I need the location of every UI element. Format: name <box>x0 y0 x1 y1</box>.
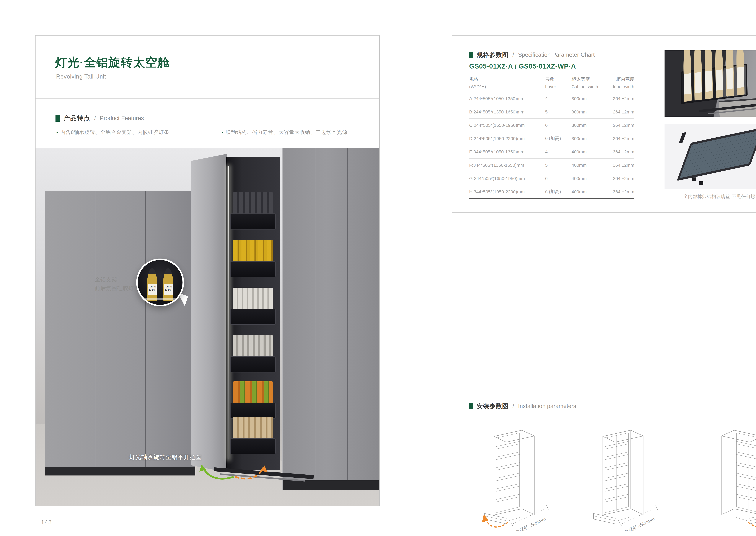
installation-section: 安装参数图 / Installation parameters 柜内深度 ≥52… <box>452 213 756 380</box>
led-light-strip <box>228 166 229 459</box>
table-row: D:244*505*(1950-2200)mm6 (加高)300mm264 ±2… <box>469 132 634 145</box>
bottle <box>736 50 744 95</box>
page-number-left: 143 <box>38 514 52 526</box>
feature-text: 联动结构、省力静音、大容量大收纳、二边氛围光源 <box>226 129 347 135</box>
heading-separator: / <box>513 51 514 58</box>
dimension-label: 柜内深度 ≥520mm <box>618 516 655 530</box>
callout-label-line2: 前后氛围硅胶灯 <box>95 284 134 293</box>
callout-label: 全铝支架 前后氛围硅胶灯 <box>95 275 134 293</box>
spec-photo-basket <box>665 124 756 189</box>
shelf-items <box>233 335 273 358</box>
left-page-card: 灯光·全铝旋转太空舱 Revolving Tall Unit 产品特点 / Pr… <box>35 35 380 506</box>
shelf-items <box>233 417 273 440</box>
main-product-photo: Corona Extra Corona Extra 全铝支架 前后氛围硅胶灯 灯… <box>36 148 379 506</box>
table-header-row: 规格(W*D*H) 层数Layer 柜体宽度Cabinet width 柜内宽度… <box>469 73 634 92</box>
spec-table: 规格(W*D*H) 层数Layer 柜体宽度Cabinet width 柜内宽度… <box>469 73 634 199</box>
green-square-icon <box>55 115 60 122</box>
tray-handle <box>678 132 686 144</box>
feature-bullet: •内含8轴承旋转、全铝合金支架、内嵌硅胶灯条 <box>56 129 169 136</box>
spec-heading-zh: 规格参数图 <box>477 51 509 59</box>
shelf-items <box>233 382 273 404</box>
shelf-basket <box>230 238 276 277</box>
cabinet-left <box>45 191 195 476</box>
callout-label-line1: 全铝支架 <box>95 275 134 284</box>
table-header-cell: 层数Layer <box>545 76 572 89</box>
title-divider <box>36 98 379 99</box>
shelf-basket <box>230 379 276 419</box>
shelf-basket <box>230 285 276 325</box>
bottle <box>704 50 713 99</box>
glass-basket-tray <box>677 127 756 181</box>
bottle <box>715 50 723 98</box>
basket-frame <box>230 261 276 277</box>
spec-heading: 规格参数图 / Specification Parameter Chart <box>469 51 595 59</box>
shelf-basket <box>230 415 276 454</box>
basket-frame <box>230 214 276 229</box>
feature-bullet: •联动结构、省力静音、大容量大收纳、二边氛围光源 <box>222 129 347 136</box>
basket-frame <box>230 356 276 373</box>
basket-frame <box>230 438 276 454</box>
bottle <box>694 50 702 100</box>
table-row: E:344*505*(1050-1350)mm4400mm364 ±2mm <box>469 145 634 158</box>
shelf-items <box>233 192 273 215</box>
table-row: C:244*505*(1650-1950)mm6300mm264 ±2mm <box>469 118 634 132</box>
open-door-panel <box>191 154 227 472</box>
features-heading-zh: 产品特点 <box>64 114 90 122</box>
bottle <box>725 50 734 96</box>
detail-callout-circle: Corona Extra Corona Extra <box>136 258 184 306</box>
bottle: Corona Extra <box>163 268 173 301</box>
feature-text: 内含8轴承旋转、全铝合金支架、内嵌硅胶灯条 <box>60 129 169 135</box>
shelf-basket <box>230 190 276 229</box>
features-heading-en: Product Features <box>100 115 144 121</box>
green-square-icon <box>469 52 473 58</box>
shelf-basket <box>230 333 276 373</box>
clip-part <box>699 182 703 185</box>
photo-annotation: 灯光轴承旋转全铝平开拉篮 <box>129 453 202 461</box>
table-header-cell: 柜内宽度Inner width <box>605 76 634 89</box>
spec-section: 规格参数图 / Specification Parameter Chart GS… <box>452 36 756 213</box>
table-header-cell: 柜体宽度Cabinet width <box>572 76 605 89</box>
effect-photos-section: 向左旋转效果 篮体平拉出效果 向右旋转效果 <box>452 380 756 509</box>
spec-photo-caption: 全内部榫卯结构玻璃篮·不见任何螺丝 <box>665 193 756 200</box>
table-row: A:244*505*(1050-1350)mm4300mm264 ±2mm <box>469 92 634 105</box>
clip-part <box>692 178 696 181</box>
bottle: Corona Extra <box>147 268 157 301</box>
table-row: F:344*505*(1350-1650)mm5400mm364 ±2mm <box>469 158 634 172</box>
shelf-items <box>233 240 273 263</box>
table-header-cell: 规格(W*D*H) <box>469 76 545 89</box>
rotate-arrows-icon <box>198 458 269 484</box>
right-page-card: 规格参数图 / Specification Parameter Chart GS… <box>452 35 756 509</box>
bottle-label: Corona Extra <box>147 284 157 295</box>
table-row: G:344*505*(1650-1950)mm6400mm364 ±2mm <box>469 172 634 185</box>
table-row: H:344*505*(1950-2200)mm6 (加高)400mm364 ±2… <box>469 185 634 199</box>
page-subtitle: Revolving Tall Unit <box>56 73 106 80</box>
glass-shelf <box>142 298 179 300</box>
cabinet-right <box>282 148 379 490</box>
product-features-heading: 产品特点 / Product Features <box>55 114 144 122</box>
shelf-items <box>233 287 273 310</box>
glass-basket <box>680 63 748 104</box>
bullet-dot-icon: • <box>56 130 58 135</box>
bottle-label: Corona Extra <box>164 284 173 295</box>
spec-photo-pullout <box>665 50 756 117</box>
basket-frame <box>230 309 276 325</box>
dimension-label: 柜内深度 ≥520mm <box>510 516 547 530</box>
page-number-rule <box>38 514 38 526</box>
model-number: GS05-01XZ·A / GS05-01XZ-WP·A <box>469 62 576 70</box>
page-title: 灯光·全铝旋转太空舱 <box>55 54 170 71</box>
spec-heading-en: Specification Parameter Chart <box>518 51 595 58</box>
page-number-text: 143 <box>41 519 52 526</box>
heading-separator: / <box>94 115 96 122</box>
bullet-dot-icon: • <box>222 130 224 135</box>
table-row: B:244*505*(1350-1650)mm5300mm264 ±2mm <box>469 105 634 118</box>
bottle <box>683 50 692 102</box>
